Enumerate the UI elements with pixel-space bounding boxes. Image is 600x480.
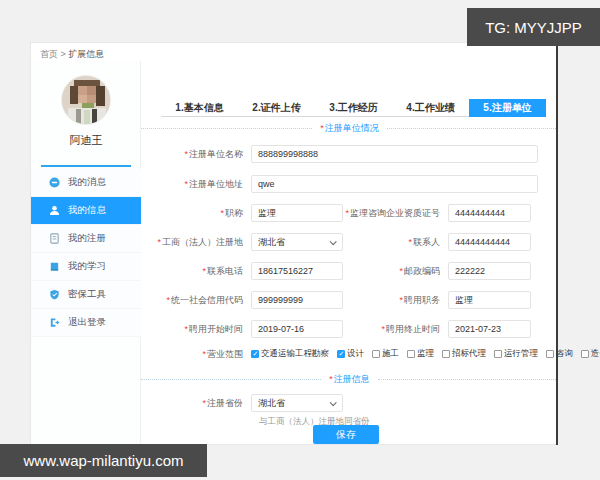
form-row-reg-province: *注册省份 湖北省 xyxy=(141,394,343,412)
hire-start-input[interactable] xyxy=(251,320,343,338)
sidebar-item-label: 密保工具 xyxy=(68,288,106,301)
avatar-image xyxy=(62,76,111,125)
main-panel: 1.基本信息 2.证件上传 3.工作经历 4.工作业绩 5.注册单位 *注册单位… xyxy=(141,61,558,446)
tg-watermark-badge: TG: MYYJJPP xyxy=(467,8,600,46)
right-edge-line xyxy=(556,12,558,445)
sidebar-item-label: 退出登录 xyxy=(68,316,106,329)
scope-checkbox-operation-mgmt[interactable]: 运行管理 xyxy=(494,348,538,360)
scope-checkbox-supervision[interactable]: 监理 xyxy=(407,348,434,360)
postcode-label: *邮政编码 xyxy=(343,265,448,278)
scope-checkbox-cost-mgmt[interactable]: 造价管理 xyxy=(581,348,600,360)
checkbox-icon xyxy=(546,350,554,358)
position-label: *聘用职务 xyxy=(343,294,448,307)
form-row-credit-position: *统一社会信用代码 *聘用职务 xyxy=(141,291,531,309)
save-button[interactable]: 保存 xyxy=(313,425,379,444)
credit-code-label: *统一社会信用代码 xyxy=(141,294,251,307)
message-icon xyxy=(49,177,60,188)
title-label: *职称 xyxy=(141,207,251,220)
contact-input[interactable] xyxy=(448,233,531,251)
hire-start-label: *聘用开始时间 xyxy=(141,323,251,336)
business-scope-label: *营业范围 xyxy=(141,348,251,361)
form-row-unit-address: *注册单位地址 xyxy=(141,175,538,193)
reg-province-label: *注册省份 xyxy=(141,397,251,410)
qualification-no-input[interactable] xyxy=(448,204,531,222)
sidebar-item-security-tools[interactable]: 密保工具 xyxy=(31,281,141,309)
chevron-down-icon xyxy=(330,399,337,406)
tab-basic-info[interactable]: 1.基本信息 xyxy=(161,99,238,117)
title-input[interactable] xyxy=(251,204,343,222)
content-card: 首页 > 扩展信息 阿迪王 xyxy=(30,42,557,445)
credit-code-input[interactable] xyxy=(251,291,343,309)
section-reg-title: 注册信息 xyxy=(334,374,370,384)
document-icon xyxy=(49,233,60,244)
hire-end-label: *聘用终止时间 xyxy=(343,323,448,336)
sidebar-item-my-info[interactable]: 我的信息 xyxy=(31,197,141,225)
hire-end-input[interactable] xyxy=(448,320,531,338)
reg-province-select[interactable]: 湖北省 xyxy=(251,394,343,412)
contact-label: *联系人 xyxy=(343,236,448,249)
phone-input[interactable] xyxy=(251,262,343,280)
sidebar-item-label: 我的消息 xyxy=(68,176,106,189)
sidebar-item-my-registration[interactable]: 我的注册 xyxy=(31,225,141,253)
sidebar-item-label: 我的信息 xyxy=(68,204,106,217)
form-row-phone-postcode: *联系电话 *邮政编码 xyxy=(141,262,531,280)
book-icon xyxy=(49,261,60,272)
site-watermark-badge: www.wap-milantiyu.com xyxy=(0,444,207,477)
sidebar-item-my-learning[interactable]: 我的学习 xyxy=(31,253,141,281)
breadcrumb-separator: > xyxy=(61,49,66,59)
sidebar-item-label: 我的注册 xyxy=(68,232,106,245)
scope-checkbox-survey[interactable]: 交通运输工程勘察 xyxy=(251,348,329,360)
unit-name-input[interactable] xyxy=(251,145,538,163)
checkbox-icon xyxy=(442,350,450,358)
tab-work-achievements[interactable]: 4.工作业绩 xyxy=(392,99,469,117)
tab-certificate-upload[interactable]: 2.证件上传 xyxy=(238,99,315,117)
postcode-input[interactable] xyxy=(448,262,531,280)
form-row-business-scope: *营业范围 交通运输工程勘察 设计 施工 监理 招标代理 运行管理 咨询 造价管… xyxy=(141,347,600,361)
sidebar-item-messages[interactable]: 我的消息 xyxy=(31,169,141,197)
sidebar-item-logout[interactable]: 退出登录 xyxy=(31,309,141,337)
checkbox-icon xyxy=(494,350,502,358)
user-icon xyxy=(49,205,60,216)
checkbox-icon xyxy=(372,350,380,358)
tab-registered-unit[interactable]: 5.注册单位 xyxy=(469,99,546,117)
section-reg-divider: *注册信息 xyxy=(141,373,558,386)
required-mark: * xyxy=(329,374,333,384)
username: 阿迪王 xyxy=(31,133,141,148)
sidebar-menu: 我的消息 我的信息 我的注册 我的学习 密保工具 退出登录 xyxy=(31,169,141,337)
checkbox-icon xyxy=(407,350,415,358)
qualification-no-label: *监理咨询企业资质证号 xyxy=(343,207,448,220)
form-row-hire-dates: *聘用开始时间 *聘用终止时间 xyxy=(141,320,531,338)
scope-checkbox-design[interactable]: 设计 xyxy=(337,348,364,360)
breadcrumb: 首页 > 扩展信息 xyxy=(40,48,104,61)
sidebar: 阿迪王 我的消息 我的信息 我的注册 我的学习 密保工具 xyxy=(31,61,141,445)
biz-location-label: *工商（法人）注册地 xyxy=(141,236,251,249)
scope-checkbox-consulting[interactable]: 咨询 xyxy=(546,348,573,360)
section-unit-title: 注册单位情况 xyxy=(325,123,379,133)
tab-work-experience[interactable]: 3.工作经历 xyxy=(315,99,392,117)
unit-name-label: *注册单位名称 xyxy=(141,148,251,161)
biz-location-select[interactable]: 湖北省 xyxy=(251,233,343,251)
form-row-location-contact: *工商（法人）注册地 湖北省 *联系人 xyxy=(141,233,531,251)
required-mark: * xyxy=(320,123,324,133)
avatar[interactable] xyxy=(61,75,111,125)
shield-icon xyxy=(49,289,60,300)
checkbox-icon xyxy=(337,350,345,358)
sidebar-item-label: 我的学习 xyxy=(68,260,106,273)
chevron-down-icon xyxy=(330,238,337,245)
checkbox-icon xyxy=(581,350,589,358)
unit-address-label: *注册单位地址 xyxy=(141,178,251,191)
scope-checkbox-bidding-agency[interactable]: 招标代理 xyxy=(442,348,486,360)
section-unit-divider: *注册单位情况 xyxy=(141,122,558,135)
checkbox-icon xyxy=(251,350,259,358)
wizard-tabs: 1.基本信息 2.证件上传 3.工作经历 4.工作业绩 5.注册单位 xyxy=(161,99,546,117)
form-row-title-qualification: *职称 *监理咨询企业资质证号 xyxy=(141,204,531,222)
breadcrumb-current: 扩展信息 xyxy=(68,49,104,59)
unit-address-input[interactable] xyxy=(251,175,538,193)
sidebar-divider xyxy=(41,165,131,167)
breadcrumb-home[interactable]: 首页 xyxy=(40,49,58,59)
scope-checkbox-construction[interactable]: 施工 xyxy=(372,348,399,360)
phone-label: *联系电话 xyxy=(141,265,251,278)
business-scope-options: 交通运输工程勘察 设计 施工 监理 招标代理 运行管理 咨询 造价管理 其他 xyxy=(251,348,600,360)
logout-icon xyxy=(49,317,60,328)
position-input[interactable] xyxy=(448,291,531,309)
